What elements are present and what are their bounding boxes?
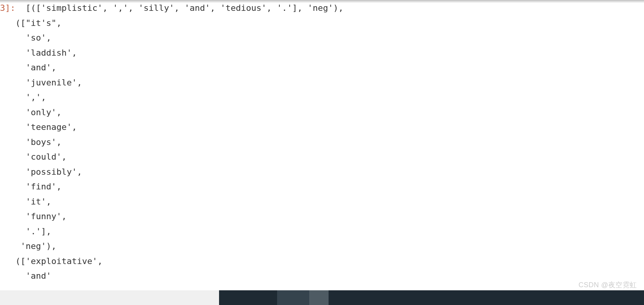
- statusbar-segment-light: [0, 290, 219, 305]
- output-line-10: 'could',: [0, 152, 67, 162]
- statusbar-segment-scroll-track[interactable]: [277, 290, 309, 305]
- statusbar-segment-dark2: [329, 290, 644, 305]
- output-line-4: 'and',: [0, 63, 57, 72]
- output-line-8: 'teenage',: [0, 122, 77, 132]
- output-line-1: (["it's",: [0, 18, 62, 28]
- output-line-7: 'only',: [0, 107, 62, 117]
- window-top-shadow: [0, 0, 644, 3]
- output-line-0: [(['simplistic', ',', 'silly', 'and', 't…: [15, 3, 344, 13]
- statusbar-segment-scroll-thumb[interactable]: [309, 290, 329, 305]
- output-line-15: '.'],: [0, 227, 51, 236]
- notebook-output[interactable]: 3]: [(['simplistic', ',', 'silly', 'and'…: [0, 0, 644, 290]
- output-line-12: 'find',: [0, 182, 62, 191]
- output-line-2: 'so',: [0, 33, 51, 43]
- output-line-6: ',',: [0, 92, 46, 102]
- output-line-18: 'and': [0, 271, 51, 281]
- output-prompt-prefix: 3]:: [0, 3, 15, 13]
- output-line-11: 'possibly',: [0, 167, 82, 177]
- output-line-17: (['exploitative',: [0, 256, 103, 266]
- output-line-13: 'it',: [0, 197, 51, 206]
- watermark-text: CSDN @夜空霓虹: [579, 280, 637, 290]
- status-bar: [0, 290, 644, 305]
- output-line-14: 'funny',: [0, 211, 67, 221]
- output-line-3: 'laddish',: [0, 48, 77, 58]
- output-line-5: 'juvenile',: [0, 78, 82, 87]
- output-line-16: 'neg'),: [0, 241, 57, 251]
- output-line-9: 'boys',: [0, 137, 62, 147]
- statusbar-segment-dark1: [219, 290, 277, 305]
